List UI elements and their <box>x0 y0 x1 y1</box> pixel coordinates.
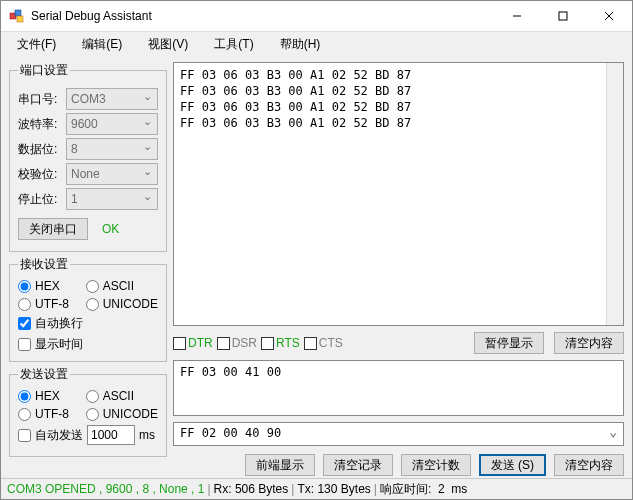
port-settings-group: 端口设置 串口号: COM3 波特率: 9600 数据位: 8 校验位: Non… <box>9 62 167 252</box>
databits-label: 数据位: <box>18 141 66 158</box>
stopbits-label: 停止位: <box>18 191 66 208</box>
rx-time-check[interactable]: 显示时间 <box>18 336 158 353</box>
menu-help[interactable]: 帮助(H) <box>268 33 333 56</box>
send-history-combo[interactable]: FF 02 00 40 90 <box>173 422 624 446</box>
statusbar: COM3 OPENED , 9600 , 8 , None , 1 | Rx: … <box>1 478 632 499</box>
port-settings-legend: 端口设置 <box>18 62 70 79</box>
rts-check[interactable]: RTS <box>261 336 300 350</box>
tx-ascii-radio[interactable]: ASCII <box>86 389 158 403</box>
titlebar: Serial Debug Assistant <box>1 1 632 32</box>
rx-unicode-radio[interactable]: UNICODE <box>86 297 158 311</box>
send-text-area[interactable]: FF 03 00 41 00 <box>173 360 624 416</box>
rx-wrap-check[interactable]: 自动换行 <box>18 315 158 332</box>
baud-select[interactable]: 9600 <box>66 113 158 135</box>
receive-text-area[interactable]: FF 03 06 03 B3 00 A1 02 52 BD 87 FF 03 0… <box>173 62 624 326</box>
clear-rx-button[interactable]: 清空内容 <box>554 332 624 354</box>
parity-select[interactable]: None <box>66 163 158 185</box>
clear-count-button[interactable]: 清空计数 <box>401 454 471 476</box>
rx-utf8-radio[interactable]: UTF-8 <box>18 297 86 311</box>
app-icon <box>9 8 25 24</box>
baud-label: 波特率: <box>18 116 66 133</box>
send-button[interactable]: 发送 (S) <box>479 454 546 476</box>
rx-ascii-radio[interactable]: ASCII <box>86 279 158 293</box>
status-bytes2: Bytes <box>341 482 371 496</box>
databits-select[interactable]: 8 <box>66 138 158 160</box>
clear-log-button[interactable]: 清空记录 <box>323 454 393 476</box>
receive-settings-legend: 接收设置 <box>18 256 70 273</box>
dtr-check[interactable]: DTR <box>173 336 213 350</box>
port-name-label: 串口号: <box>18 91 66 108</box>
tx-unicode-radio[interactable]: UNICODE <box>86 407 158 421</box>
menu-file[interactable]: 文件(F) <box>5 33 68 56</box>
status-port-open: COM3 OPENED , 9600 , 8 , None , 1 <box>7 482 204 496</box>
port-ok-indicator: OK <box>102 222 119 236</box>
app-window: Serial Debug Assistant 文件(F) 编辑(E) 视图(V)… <box>0 0 633 500</box>
status-resp-value: 2 <box>438 482 445 496</box>
send-settings-legend: 发送设置 <box>18 366 70 383</box>
right-column: FF 03 06 03 B3 00 A1 02 52 BD 87 FF 03 0… <box>173 62 624 476</box>
stopbits-select[interactable]: 1 <box>66 188 158 210</box>
tx-auto-check[interactable]: 自动发送 <box>18 427 83 444</box>
tx-ms-label: ms <box>139 428 155 442</box>
status-rx-value: 506 <box>235 482 255 496</box>
client-area: 端口设置 串口号: COM3 波特率: 9600 数据位: 8 校验位: Non… <box>1 56 632 478</box>
close-port-button[interactable]: 关闭串口 <box>18 218 88 240</box>
window-title: Serial Debug Assistant <box>31 9 494 23</box>
minimize-button[interactable] <box>494 1 540 31</box>
close-button[interactable] <box>586 1 632 31</box>
cts-check[interactable]: CTS <box>304 336 343 350</box>
receive-settings-group: 接收设置 HEX ASCII UTF-8 UNICODE 自动换行 显示时间 <box>9 256 167 362</box>
maximize-button[interactable] <box>540 1 586 31</box>
front-display-button[interactable]: 前端显示 <box>245 454 315 476</box>
dsr-check[interactable]: DSR <box>217 336 257 350</box>
window-controls <box>494 1 632 31</box>
status-ms: ms <box>451 482 467 496</box>
menubar: 文件(F) 编辑(E) 视图(V) 工具(T) 帮助(H) <box>1 32 632 56</box>
parity-label: 校验位: <box>18 166 66 183</box>
rx-scrollbar[interactable] <box>606 63 623 325</box>
tx-interval-input[interactable] <box>87 425 135 445</box>
left-column: 端口设置 串口号: COM3 波特率: 9600 数据位: 8 校验位: Non… <box>9 62 167 476</box>
menu-view[interactable]: 视图(V) <box>136 33 200 56</box>
send-button-row: 前端显示 清空记录 清空计数 发送 (S) 清空内容 <box>173 454 624 476</box>
tx-utf8-radio[interactable]: UTF-8 <box>18 407 86 421</box>
tx-hex-radio[interactable]: HEX <box>18 389 86 403</box>
rx-hex-radio[interactable]: HEX <box>18 279 86 293</box>
menu-edit[interactable]: 编辑(E) <box>70 33 134 56</box>
status-bytes1: Bytes <box>258 482 288 496</box>
pause-display-button[interactable]: 暂停显示 <box>474 332 544 354</box>
clear-tx-button[interactable]: 清空内容 <box>554 454 624 476</box>
status-tx-value: 130 <box>317 482 337 496</box>
status-rx-label: Rx: <box>214 482 232 496</box>
svg-rect-2 <box>17 16 23 22</box>
menu-tools[interactable]: 工具(T) <box>202 33 265 56</box>
svg-rect-4 <box>559 12 567 20</box>
status-resp-label: 响应时间: <box>380 481 431 498</box>
signal-row: DTR DSR RTS CTS 暂停显示 清空内容 <box>173 332 624 354</box>
svg-rect-1 <box>15 10 21 16</box>
send-settings-group: 发送设置 HEX ASCII UTF-8 UNICODE 自动发送 ms <box>9 366 167 457</box>
port-name-select[interactable]: COM3 <box>66 88 158 110</box>
status-tx-label: Tx: <box>297 482 314 496</box>
